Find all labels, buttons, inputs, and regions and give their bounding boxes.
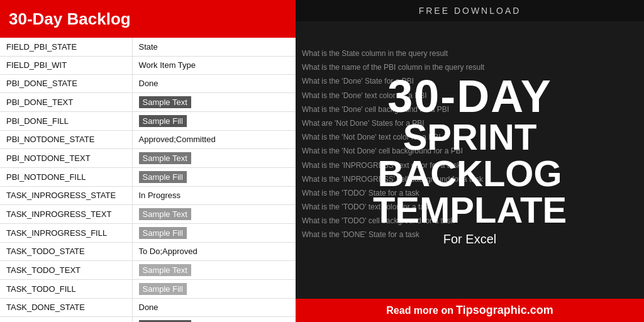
- description-line: What is the 'DONE' State for a task: [302, 228, 638, 242]
- field-value-cell: Done: [132, 74, 296, 92]
- table-row: TASK_DONE_TEXTSample Text: [0, 316, 296, 322]
- description-line: What is the name of the PBI column in th…: [302, 60, 638, 74]
- table-row: PBI_NOTDONE_STATEApproved;Committed: [0, 130, 296, 148]
- field-name-cell: TASK_INPROGRESS_TEXT: [0, 204, 132, 223]
- field-value-cell: Sample Text: [132, 92, 296, 111]
- description-line: What is the 'TODO' text color for a task: [302, 200, 638, 214]
- description-line: What is the 'TODO' State for a task: [302, 186, 638, 200]
- field-value-cell: Sample Fill: [132, 223, 296, 242]
- field-name-cell: TASK_INPROGRESS_FILL: [0, 223, 132, 242]
- field-name-cell: TASK_DONE_STATE: [0, 298, 132, 316]
- big-title-area: What is the State column in the query re…: [296, 21, 644, 299]
- right-top-bar: FREE DOWNLOAD: [296, 0, 644, 21]
- read-more-text: Read more on: [386, 305, 453, 316]
- field-value-cell: To Do;Approved: [132, 242, 296, 260]
- description-line: What is the 'Not Done' cell background f…: [302, 144, 638, 158]
- table-row: TASK_INPROGRESS_STATEIn Progress: [0, 186, 296, 204]
- left-panel: 30-Day Backlog FIELD_PBI_STATEStateFIELD…: [0, 0, 296, 322]
- field-name-cell: PBI_DONE_TEXT: [0, 92, 132, 111]
- left-header: 30-Day Backlog: [0, 0, 296, 38]
- bottom-bar: Read more on Tipsographic.com: [296, 299, 644, 322]
- field-value-cell: Done: [132, 298, 296, 316]
- fields-table: FIELD_PBI_STATEStateFIELD_PBI_WITWork It…: [0, 38, 296, 322]
- field-value-cell: Sample Text: [132, 316, 296, 322]
- tipsographic-link[interactable]: Tipsographic.com: [456, 304, 553, 317]
- field-name-cell: PBI_NOTDONE_TEXT: [0, 148, 132, 167]
- field-value-cell: Sample Fill: [132, 279, 296, 298]
- table-container: FIELD_PBI_STATEStateFIELD_PBI_WITWork It…: [0, 38, 296, 322]
- field-name-cell: FIELD_PBI_STATE: [0, 38, 132, 56]
- field-name-cell: FIELD_PBI_WIT: [0, 56, 132, 74]
- table-row: TASK_TODO_FILLSample Fill: [0, 279, 296, 298]
- table-row: TASK_DONE_STATEDone: [0, 298, 296, 316]
- field-name-cell: TASK_TODO_FILL: [0, 279, 132, 298]
- description-line: What is the State column in the query re…: [302, 47, 638, 60]
- field-name-cell: TASK_DONE_TEXT: [0, 316, 132, 322]
- field-value-cell: Work Item Type: [132, 56, 296, 74]
- table-row: TASK_TODO_TEXTSample Text: [0, 260, 296, 279]
- right-panel: FREE DOWNLOAD What is the State column i…: [296, 0, 644, 322]
- field-name-cell: PBI_DONE_FILL: [0, 111, 132, 130]
- field-value-cell: Sample Fill: [132, 167, 296, 186]
- table-row: PBI_NOTDONE_TEXTSample Text: [0, 148, 296, 167]
- description-line: What is the 'TODO' cell background for a…: [302, 214, 638, 228]
- field-name-cell: PBI_NOTDONE_FILL: [0, 167, 132, 186]
- table-row: FIELD_PBI_WITWork Item Type: [0, 56, 296, 74]
- field-value-cell: In Progress: [132, 186, 296, 204]
- description-line: What is the 'INPROGRESS' cell background…: [302, 172, 638, 186]
- table-row: PBI_NOTDONE_FILLSample Fill: [0, 167, 296, 186]
- field-value-cell: Sample Text: [132, 204, 296, 223]
- left-header-title: 30-Day Backlog: [9, 9, 131, 29]
- table-row: PBI_DONE_FILLSample Fill: [0, 111, 296, 130]
- table-row: TASK_INPROGRESS_FILLSample Fill: [0, 223, 296, 242]
- field-name-cell: TASK_TODO_TEXT: [0, 260, 132, 279]
- description-line: What is the 'Not Done' text color for a …: [302, 130, 638, 144]
- field-value-cell: Approved;Committed: [132, 130, 296, 148]
- field-name-cell: TASK_INPROGRESS_STATE: [0, 186, 132, 204]
- right-descriptions: What is the State column in the query re…: [302, 47, 638, 242]
- field-name-cell: PBI_NOTDONE_STATE: [0, 130, 132, 148]
- description-line: What is the 'Done' text color for a PBI: [302, 89, 638, 103]
- description-line: What are 'Not Done' States for a PBI: [302, 116, 638, 130]
- field-name-cell: PBI_DONE_STATE: [0, 74, 132, 92]
- table-row: TASK_INPROGRESS_TEXTSample Text: [0, 204, 296, 223]
- table-row: TASK_TODO_STATETo Do;Approved: [0, 242, 296, 260]
- field-value-cell: Sample Fill: [132, 111, 296, 130]
- field-value-cell: State: [132, 38, 296, 56]
- field-value-cell: Sample Text: [132, 148, 296, 167]
- table-row: PBI_DONE_STATEDone: [0, 74, 296, 92]
- free-download-label: FREE DOWNLOAD: [419, 6, 521, 16]
- description-line: What is the 'Done' State for a PBI: [302, 74, 638, 88]
- field-name-cell: TASK_TODO_STATE: [0, 242, 132, 260]
- table-row: FIELD_PBI_STATEState: [0, 38, 296, 56]
- description-line: What is the 'Done' cell background for a…: [302, 103, 638, 116]
- table-row: PBI_DONE_TEXTSample Text: [0, 92, 296, 111]
- description-line: What is the 'INPROGRESS' text color for …: [302, 158, 638, 172]
- field-value-cell: Sample Text: [132, 260, 296, 279]
